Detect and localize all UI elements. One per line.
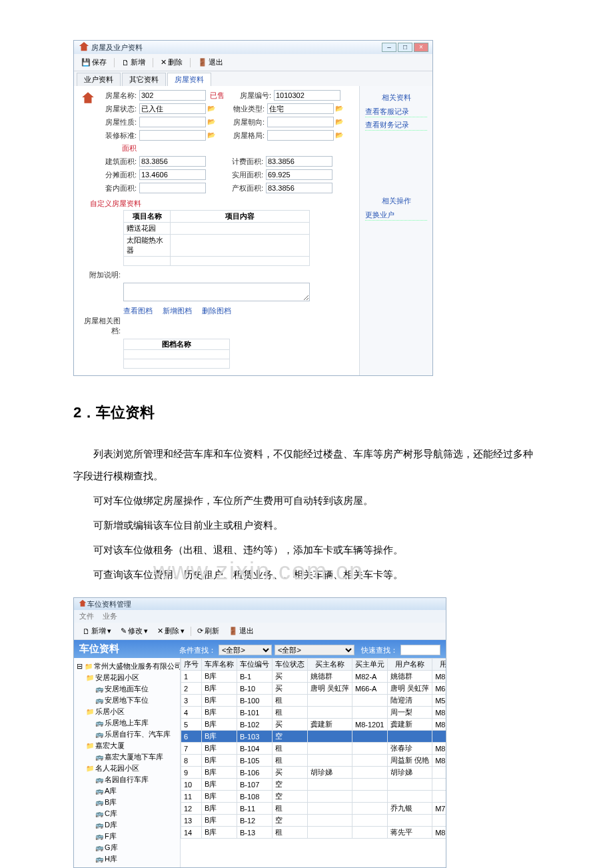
column-header[interactable]: 买主名称 [308, 659, 352, 671]
max-button[interactable]: □ [398, 43, 412, 52]
tree-node[interactable]: D库 [77, 819, 177, 831]
column-header[interactable]: 买主单元 [352, 659, 388, 671]
share-area-input[interactable] [139, 169, 206, 180]
tree-node[interactable]: B库 [77, 797, 177, 808]
table-row[interactable]: 11B库B-108空 [181, 791, 446, 803]
table-cell: 13 [181, 815, 202, 827]
column-header[interactable]: 车位编号 [237, 659, 273, 671]
table-row[interactable]: 8B库B-105租周益新 倪艳M8-1 [181, 755, 446, 767]
filter-field-select[interactable]: <全部> [219, 645, 272, 655]
del-image-link[interactable]: 删除图档 [202, 307, 231, 315]
table-row[interactable]: 2B库B-10买唐明 吴虹萍M66-A唐明 吴虹萍M66- [181, 683, 446, 695]
column-header[interactable]: 车库名称 [202, 659, 237, 671]
prop-type-input[interactable] [267, 103, 334, 114]
table-row[interactable]: 6B库B-103空 [181, 731, 446, 743]
quick-search-input[interactable] [400, 645, 440, 655]
column-header[interactable]: 序号 [181, 659, 202, 671]
layout-input[interactable] [267, 130, 334, 141]
tree-node[interactable]: 乐居自行车、汽车库 [77, 729, 177, 740]
window-titlebar[interactable]: 房屋及业户资料 – □ × [74, 41, 432, 54]
tree-node[interactable]: A库 [77, 785, 177, 797]
build-area-input[interactable] [139, 156, 206, 167]
open-icon[interactable] [335, 104, 346, 113]
house-no-input[interactable] [274, 90, 340, 101]
table-row[interactable]: 4B库B-101租周一梨M8-6 [181, 707, 446, 719]
column-header[interactable]: 用 [432, 659, 446, 671]
table-row[interactable]: 14B库B-13租蒋先平M8-1 [181, 827, 446, 839]
new-button[interactable]: 🗋新增 [117, 55, 150, 69]
view-finance-link[interactable]: 查看财务记录 [365, 120, 427, 131]
decor-input[interactable] [139, 130, 206, 141]
inner-area-input[interactable] [139, 183, 206, 193]
table-row[interactable]: 13B库B-12空 [181, 815, 446, 827]
min-button[interactable]: – [382, 43, 396, 52]
nav-tree[interactable]: ⊟ 常州大盛物业服务有限公司_车库安居花园小区安居地面车位安居地下车位乐居小区乐… [74, 658, 181, 867]
tab-0[interactable]: 业户资料 [77, 73, 121, 86]
tree-node[interactable]: H库 [77, 853, 177, 865]
table-cell [388, 815, 432, 827]
tree-node[interactable]: 嘉宏大厦 [77, 740, 177, 751]
menu-file[interactable]: 文件 [79, 612, 94, 620]
open-icon[interactable] [335, 117, 346, 127]
tree-node[interactable]: 乐居地上车库 [77, 717, 177, 729]
new-image-link[interactable]: 新增图档 [163, 307, 192, 315]
table-row[interactable]: 12B库B-11租乔九银M7-7 [181, 803, 446, 815]
tree-node[interactable]: G库 [77, 842, 177, 853]
view-image-link[interactable]: 查看图档 [123, 307, 153, 315]
tree-node[interactable]: 名人花园小区 [77, 763, 177, 774]
table-row[interactable]: 5B库B-102买龚建新M8-1201龚建新M8-1 [181, 719, 446, 731]
table-row[interactable]: 1B库B-1买姚德群M82-A姚德群M82- [181, 671, 446, 683]
open-icon[interactable] [335, 131, 346, 140]
save-button[interactable]: 💾保存 [77, 55, 111, 69]
tree-node[interactable]: C库 [77, 808, 177, 819]
table-row[interactable]: 10B库B-107空 [181, 779, 446, 791]
table-cell: 14 [181, 827, 202, 839]
tree-node[interactable]: 乐居小区 [77, 706, 177, 717]
use-area-input[interactable] [266, 169, 332, 180]
tree-node[interactable]: 嘉宏大厦地下车库 [77, 751, 177, 763]
tree-node[interactable]: 安居地面车位 [77, 683, 177, 695]
menu-business[interactable]: 业务 [103, 612, 117, 620]
tree-node[interactable]: F库 [77, 831, 177, 842]
custom-content-cell[interactable] [171, 223, 310, 235]
house-nature-input[interactable] [139, 117, 206, 127]
table-row[interactable]: 7B库B-104租张春珍M8-7 [181, 743, 446, 755]
calc-area-input[interactable] [266, 156, 332, 167]
tree-node[interactable]: ⊟ 常州大盛物业服务有限公司_车库 [77, 661, 177, 672]
tree-node[interactable]: 安居花园小区 [77, 672, 177, 683]
window-titlebar[interactable]: 车位资料管理 [74, 598, 446, 610]
change-owner-link[interactable]: 更换业户 [365, 210, 427, 221]
column-header[interactable]: 车位状态 [273, 659, 308, 671]
new-button[interactable]: 🗋新增 ▾ [78, 624, 116, 638]
exit-button[interactable]: 🚪退出 [224, 624, 259, 638]
col-project-name: 项目名称 [124, 211, 171, 223]
view-service-link[interactable]: 查看客服记录 [365, 107, 427, 117]
edit-button[interactable]: ✎修改 ▾ [116, 624, 153, 638]
open-icon[interactable] [207, 104, 218, 113]
filter-value-select[interactable]: <全部> [275, 645, 354, 655]
orientation-input[interactable] [267, 117, 334, 127]
tree-node[interactable]: 名园自行车库 [77, 774, 177, 785]
custom-content-cell[interactable] [171, 235, 310, 257]
custom-name-cell[interactable]: 太阳能热水器 [124, 235, 171, 257]
close-button[interactable]: × [414, 43, 428, 52]
column-header[interactable]: 用户名称 [388, 659, 432, 671]
table-row[interactable]: 9B库B-106买胡珍娣胡珍娣 [181, 767, 446, 779]
exit-button[interactable]: 🚪退出 [193, 55, 228, 69]
open-icon[interactable] [207, 131, 218, 140]
open-icon[interactable] [207, 117, 218, 127]
table-row[interactable]: 3B库B-100租陆迎清M5-2 [181, 695, 446, 707]
data-grid[interactable]: 序号车库名称车位编号车位状态买主名称买主单元用户名称用 1B库B-1买姚德群M8… [181, 658, 446, 867]
memo-input[interactable] [123, 283, 310, 301]
custom-name-cell[interactable]: 赠送花园 [124, 223, 171, 235]
tab-2[interactable]: 房屋资料 [167, 73, 211, 86]
tree-node[interactable]: 安居地下车位 [77, 695, 177, 706]
prop-area-input[interactable] [266, 183, 332, 193]
tab-1[interactable]: 其它资料 [122, 73, 166, 86]
table-cell: 买 [273, 671, 308, 683]
delete-button[interactable]: ✕删除 ▾ [153, 624, 189, 638]
refresh-button[interactable]: ⟳刷新 [193, 624, 224, 638]
house-state-input[interactable] [139, 103, 206, 114]
delete-button[interactable]: ✕删除 [156, 55, 187, 69]
house-name-input[interactable] [139, 90, 206, 101]
